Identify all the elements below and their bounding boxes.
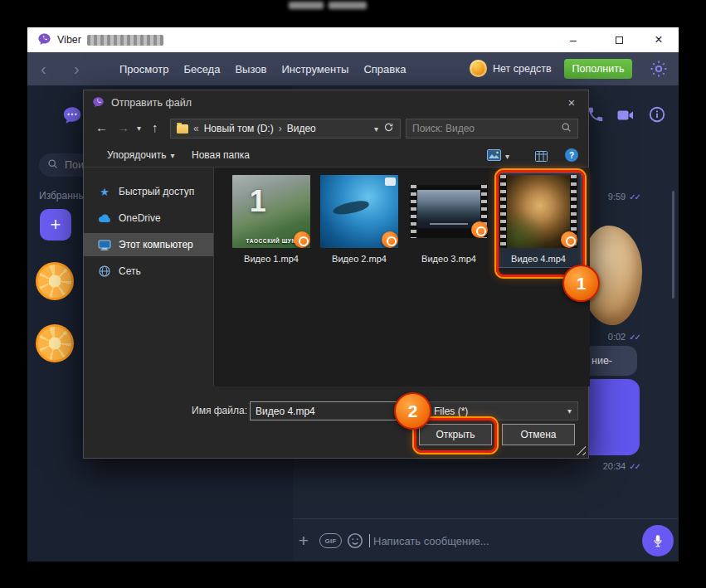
- read-receipt-icon: ✓✓: [629, 462, 640, 471]
- computer-icon: [98, 240, 111, 250]
- filmstrip-image: [417, 190, 480, 228]
- chat-avatar[interactable]: [36, 262, 74, 300]
- breadcrumb-separator: ›: [279, 123, 282, 134]
- nav-history-chevron-icon[interactable]: ▾: [137, 124, 141, 133]
- chevron-down-icon: ▾: [170, 151, 174, 160]
- filetype-value: Files (*): [434, 406, 468, 417]
- help-button[interactable]: ?: [565, 148, 578, 162]
- voice-call-icon[interactable]: [587, 105, 606, 125]
- redacted-screen-text: [289, 2, 324, 9]
- nav-forward-button[interactable]: →: [117, 120, 129, 134]
- view-mode-icon[interactable]: [487, 149, 501, 164]
- add-chat-button[interactable]: +: [40, 209, 71, 241]
- file-name-label: Видео 3.mp4: [421, 254, 476, 264]
- orange-media-badge-icon: [382, 231, 398, 248]
- menu-item-tools[interactable]: Инструменты: [281, 63, 348, 75]
- watermark-chip: [385, 177, 396, 186]
- sidebar-item-quick-access[interactable]: ★ Быстрый доступ: [84, 180, 213, 203]
- sidebar-item-this-pc[interactable]: Этот компьютер: [84, 233, 213, 256]
- video-thumbnail: 1 ТАОССКИЙ ШУМ: [232, 175, 310, 248]
- dialog-titlebar: Отправить файл ×: [84, 90, 588, 114]
- message-text: ние-: [592, 355, 612, 367]
- maximize-button[interactable]: [600, 27, 638, 52]
- settings-gear-icon[interactable]: [649, 59, 669, 79]
- video-thumbnail: [410, 185, 488, 238]
- menu-item-help[interactable]: Справка: [363, 63, 406, 75]
- window-title: Viber: [57, 34, 81, 46]
- annotation-highlight-file: [496, 170, 585, 277]
- minimize-button[interactable]: –: [554, 27, 592, 52]
- organize-button[interactable]: Упорядочить▾: [107, 143, 174, 167]
- credit-coin-icon: [470, 60, 487, 77]
- viber-logo-icon: [92, 96, 105, 109]
- history-back-button[interactable]: ‹: [41, 52, 46, 85]
- file-name-label: Видео 2.mp4: [332, 254, 387, 264]
- orange-media-badge-icon: [471, 221, 488, 238]
- mic-icon: [650, 533, 665, 548]
- file-search-placeholder: Поиск: Видео: [412, 123, 475, 134]
- chevron-down-icon: ▾: [567, 406, 572, 415]
- balance-label: Нет средств: [493, 52, 552, 85]
- read-receipt-icon: ✓✓: [629, 333, 640, 342]
- orange-media-badge-icon: [294, 231, 310, 248]
- message-timestamp: 20:34✓✓: [575, 461, 640, 471]
- file-tile-video1[interactable]: 1 ТАОССКИЙ ШУМ Видео 1.mp4: [229, 173, 314, 267]
- resize-grip[interactable]: [576, 445, 586, 455]
- search-icon: [47, 158, 58, 172]
- topup-button[interactable]: Пополнить: [564, 59, 632, 79]
- compose-chat-icon[interactable]: [61, 104, 83, 126]
- refresh-icon[interactable]: [383, 122, 394, 135]
- file-search-input[interactable]: Поиск: Видео: [406, 119, 578, 138]
- annotation-step-2: 2: [394, 392, 431, 430]
- chat-scrollbar[interactable]: [672, 191, 674, 299]
- address-bar[interactable]: « Новый том (D:) › Видео ▾: [170, 119, 401, 138]
- menu-bar: ‹ › Просмотр Беседа Вызов Инструменты Сп…: [27, 52, 679, 85]
- text-caret: [369, 534, 370, 547]
- sidebar-item-network[interactable]: Сеть: [84, 260, 213, 283]
- close-button[interactable]: ×: [640, 27, 678, 52]
- chat-avatar[interactable]: [36, 324, 74, 362]
- dialog-close-button[interactable]: ×: [559, 90, 584, 114]
- search-icon: [561, 122, 572, 135]
- redacted-phone-number: [87, 35, 163, 46]
- video-thumbnail: [320, 175, 398, 248]
- menu-items: Просмотр Беседа Вызов Инструменты Справк…: [119, 52, 406, 85]
- breadcrumb-root[interactable]: Новый том (D:): [204, 123, 274, 134]
- nav-up-button[interactable]: ↑: [152, 120, 158, 134]
- breadcrumb-current[interactable]: Видео: [287, 123, 316, 134]
- thumbnail-overlay-number: 1: [250, 184, 266, 219]
- folder-icon: [177, 124, 188, 134]
- video-call-icon[interactable]: [616, 105, 635, 125]
- dialog-title: Отправить файл: [111, 97, 192, 109]
- filename-label: Имя файла:: [192, 405, 247, 416]
- chat-info-icon[interactable]: [648, 105, 668, 125]
- viber-logo-icon: [37, 32, 51, 46]
- read-receipt-icon: ✓✓: [629, 192, 640, 202]
- menu-item-view[interactable]: Просмотр: [119, 63, 168, 75]
- star-icon: ★: [98, 186, 111, 198]
- menu-item-conversation[interactable]: Беседа: [183, 63, 220, 75]
- file-tile-video3[interactable]: Видео 3.mp4: [407, 173, 491, 267]
- gif-icon[interactable]: GIF: [319, 533, 342, 548]
- redacted-screen-text: [329, 2, 367, 9]
- annotation-step-1: 1: [562, 265, 600, 302]
- file-name-label: Видео 1.mp4: [244, 254, 299, 264]
- history-forward-button[interactable]: ›: [74, 52, 80, 85]
- nav-back-button[interactable]: ←: [95, 120, 108, 134]
- address-dropdown-chevron-icon[interactable]: ▾: [374, 124, 378, 134]
- new-folder-button[interactable]: Новая папка: [192, 143, 250, 167]
- message-composer: + GIF Написать сообщение...: [293, 518, 679, 561]
- details-pane-icon[interactable]: [535, 150, 548, 165]
- message-input[interactable]: Написать сообщение...: [373, 519, 489, 562]
- file-tile-video2[interactable]: Видео 2.mp4: [317, 173, 402, 267]
- network-icon: [98, 265, 111, 277]
- sticker-smiley-icon[interactable]: [346, 532, 364, 550]
- attach-plus-icon[interactable]: +: [295, 519, 313, 562]
- shark-shape: [332, 200, 370, 216]
- cancel-button[interactable]: Отмена: [502, 424, 575, 445]
- sidebar-item-onedrive[interactable]: OneDrive: [84, 207, 213, 230]
- menu-item-call[interactable]: Вызов: [235, 63, 266, 75]
- view-mode-chevron-icon[interactable]: ▾: [505, 152, 509, 161]
- voice-message-button[interactable]: [642, 525, 674, 556]
- cloud-icon: [98, 213, 111, 223]
